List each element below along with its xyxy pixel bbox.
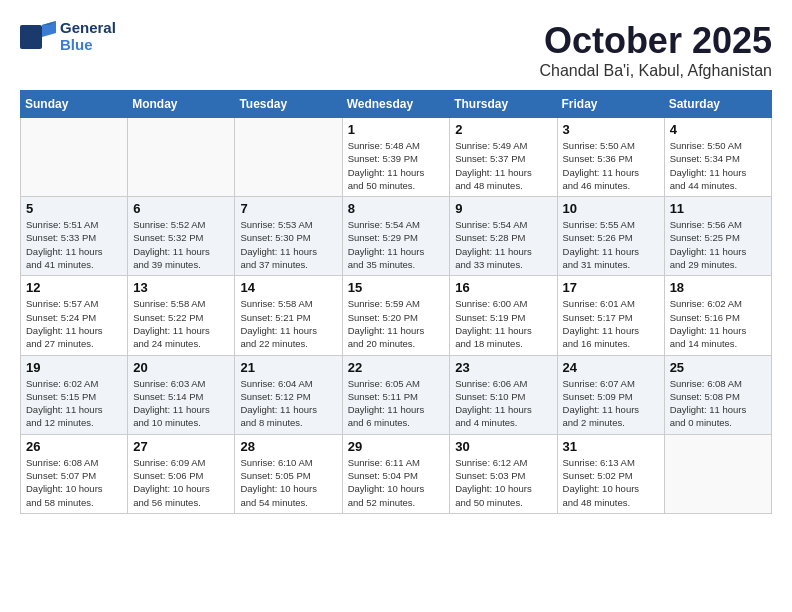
day-number: 12 <box>26 280 122 295</box>
day-info: Sunrise: 6:09 AM Sunset: 5:06 PM Dayligh… <box>133 456 229 509</box>
calendar-day-cell: 29Sunrise: 6:11 AM Sunset: 5:04 PM Dayli… <box>342 434 450 513</box>
day-info: Sunrise: 5:56 AM Sunset: 5:25 PM Dayligh… <box>670 218 766 271</box>
day-info: Sunrise: 6:02 AM Sunset: 5:16 PM Dayligh… <box>670 297 766 350</box>
calendar-day-cell: 28Sunrise: 6:10 AM Sunset: 5:05 PM Dayli… <box>235 434 342 513</box>
day-number: 18 <box>670 280 766 295</box>
calendar-week-row: 12Sunrise: 5:57 AM Sunset: 5:24 PM Dayli… <box>21 276 772 355</box>
day-info: Sunrise: 6:12 AM Sunset: 5:03 PM Dayligh… <box>455 456 551 509</box>
calendar-day-cell: 7Sunrise: 5:53 AM Sunset: 5:30 PM Daylig… <box>235 197 342 276</box>
day-number: 29 <box>348 439 445 454</box>
day-number: 13 <box>133 280 229 295</box>
calendar-day-cell: 25Sunrise: 6:08 AM Sunset: 5:08 PM Dayli… <box>664 355 771 434</box>
day-info: Sunrise: 6:08 AM Sunset: 5:08 PM Dayligh… <box>670 377 766 430</box>
day-info: Sunrise: 6:04 AM Sunset: 5:12 PM Dayligh… <box>240 377 336 430</box>
calendar-day-cell: 14Sunrise: 5:58 AM Sunset: 5:21 PM Dayli… <box>235 276 342 355</box>
day-number: 7 <box>240 201 336 216</box>
day-info: Sunrise: 5:50 AM Sunset: 5:36 PM Dayligh… <box>563 139 659 192</box>
day-info: Sunrise: 5:53 AM Sunset: 5:30 PM Dayligh… <box>240 218 336 271</box>
calendar-day-cell: 31Sunrise: 6:13 AM Sunset: 5:02 PM Dayli… <box>557 434 664 513</box>
day-info: Sunrise: 5:58 AM Sunset: 5:21 PM Dayligh… <box>240 297 336 350</box>
calendar-day-cell: 15Sunrise: 5:59 AM Sunset: 5:20 PM Dayli… <box>342 276 450 355</box>
weekday-header-sunday: Sunday <box>21 91 128 118</box>
calendar-day-cell: 16Sunrise: 6:00 AM Sunset: 5:19 PM Dayli… <box>450 276 557 355</box>
logo: General Blue <box>20 20 116 53</box>
calendar-day-cell <box>664 434 771 513</box>
calendar-day-cell: 2Sunrise: 5:49 AM Sunset: 5:37 PM Daylig… <box>450 118 557 197</box>
logo-text-general: General <box>60 20 116 37</box>
day-number: 8 <box>348 201 445 216</box>
day-number: 1 <box>348 122 445 137</box>
day-info: Sunrise: 6:03 AM Sunset: 5:14 PM Dayligh… <box>133 377 229 430</box>
calendar-day-cell: 20Sunrise: 6:03 AM Sunset: 5:14 PM Dayli… <box>128 355 235 434</box>
calendar-day-cell: 9Sunrise: 5:54 AM Sunset: 5:28 PM Daylig… <box>450 197 557 276</box>
calendar-day-cell: 1Sunrise: 5:48 AM Sunset: 5:39 PM Daylig… <box>342 118 450 197</box>
day-number: 22 <box>348 360 445 375</box>
day-info: Sunrise: 5:49 AM Sunset: 5:37 PM Dayligh… <box>455 139 551 192</box>
calendar-header-row: SundayMondayTuesdayWednesdayThursdayFrid… <box>21 91 772 118</box>
month-title: October 2025 <box>539 20 772 62</box>
calendar-day-cell <box>21 118 128 197</box>
page-header: General Blue October 2025 Chandal Ba'i, … <box>20 20 772 80</box>
day-number: 30 <box>455 439 551 454</box>
calendar-day-cell: 27Sunrise: 6:09 AM Sunset: 5:06 PM Dayli… <box>128 434 235 513</box>
calendar-day-cell: 30Sunrise: 6:12 AM Sunset: 5:03 PM Dayli… <box>450 434 557 513</box>
day-number: 28 <box>240 439 336 454</box>
day-number: 20 <box>133 360 229 375</box>
calendar-week-row: 1Sunrise: 5:48 AM Sunset: 5:39 PM Daylig… <box>21 118 772 197</box>
calendar-day-cell: 19Sunrise: 6:02 AM Sunset: 5:15 PM Dayli… <box>21 355 128 434</box>
day-number: 9 <box>455 201 551 216</box>
day-info: Sunrise: 5:55 AM Sunset: 5:26 PM Dayligh… <box>563 218 659 271</box>
calendar-day-cell: 10Sunrise: 5:55 AM Sunset: 5:26 PM Dayli… <box>557 197 664 276</box>
day-info: Sunrise: 5:51 AM Sunset: 5:33 PM Dayligh… <box>26 218 122 271</box>
weekday-header-wednesday: Wednesday <box>342 91 450 118</box>
day-info: Sunrise: 5:57 AM Sunset: 5:24 PM Dayligh… <box>26 297 122 350</box>
day-info: Sunrise: 6:06 AM Sunset: 5:10 PM Dayligh… <box>455 377 551 430</box>
calendar-day-cell: 3Sunrise: 5:50 AM Sunset: 5:36 PM Daylig… <box>557 118 664 197</box>
svg-rect-0 <box>20 25 42 49</box>
day-number: 5 <box>26 201 122 216</box>
calendar-day-cell: 12Sunrise: 5:57 AM Sunset: 5:24 PM Dayli… <box>21 276 128 355</box>
day-number: 21 <box>240 360 336 375</box>
calendar-day-cell: 5Sunrise: 5:51 AM Sunset: 5:33 PM Daylig… <box>21 197 128 276</box>
weekday-header-monday: Monday <box>128 91 235 118</box>
day-number: 3 <box>563 122 659 137</box>
calendar-day-cell: 21Sunrise: 6:04 AM Sunset: 5:12 PM Dayli… <box>235 355 342 434</box>
calendar-day-cell: 22Sunrise: 6:05 AM Sunset: 5:11 PM Dayli… <box>342 355 450 434</box>
calendar-day-cell: 17Sunrise: 6:01 AM Sunset: 5:17 PM Dayli… <box>557 276 664 355</box>
day-info: Sunrise: 5:48 AM Sunset: 5:39 PM Dayligh… <box>348 139 445 192</box>
weekday-header-friday: Friday <box>557 91 664 118</box>
day-info: Sunrise: 6:02 AM Sunset: 5:15 PM Dayligh… <box>26 377 122 430</box>
day-info: Sunrise: 5:54 AM Sunset: 5:28 PM Dayligh… <box>455 218 551 271</box>
day-number: 2 <box>455 122 551 137</box>
calendar-day-cell: 4Sunrise: 5:50 AM Sunset: 5:34 PM Daylig… <box>664 118 771 197</box>
day-info: Sunrise: 6:07 AM Sunset: 5:09 PM Dayligh… <box>563 377 659 430</box>
day-number: 24 <box>563 360 659 375</box>
calendar-day-cell: 18Sunrise: 6:02 AM Sunset: 5:16 PM Dayli… <box>664 276 771 355</box>
day-number: 14 <box>240 280 336 295</box>
calendar-day-cell: 24Sunrise: 6:07 AM Sunset: 5:09 PM Dayli… <box>557 355 664 434</box>
day-info: Sunrise: 6:05 AM Sunset: 5:11 PM Dayligh… <box>348 377 445 430</box>
day-info: Sunrise: 5:54 AM Sunset: 5:29 PM Dayligh… <box>348 218 445 271</box>
calendar-day-cell: 11Sunrise: 5:56 AM Sunset: 5:25 PM Dayli… <box>664 197 771 276</box>
day-number: 11 <box>670 201 766 216</box>
day-info: Sunrise: 6:08 AM Sunset: 5:07 PM Dayligh… <box>26 456 122 509</box>
day-number: 27 <box>133 439 229 454</box>
weekday-header-tuesday: Tuesday <box>235 91 342 118</box>
day-info: Sunrise: 6:13 AM Sunset: 5:02 PM Dayligh… <box>563 456 659 509</box>
calendar-day-cell <box>128 118 235 197</box>
day-number: 17 <box>563 280 659 295</box>
logo-text-blue: Blue <box>60 37 116 54</box>
calendar-week-row: 19Sunrise: 6:02 AM Sunset: 5:15 PM Dayli… <box>21 355 772 434</box>
day-number: 26 <box>26 439 122 454</box>
day-number: 25 <box>670 360 766 375</box>
calendar-day-cell: 26Sunrise: 6:08 AM Sunset: 5:07 PM Dayli… <box>21 434 128 513</box>
day-info: Sunrise: 6:01 AM Sunset: 5:17 PM Dayligh… <box>563 297 659 350</box>
calendar-week-row: 26Sunrise: 6:08 AM Sunset: 5:07 PM Dayli… <box>21 434 772 513</box>
title-section: October 2025 Chandal Ba'i, Kabul, Afghan… <box>539 20 772 80</box>
day-number: 6 <box>133 201 229 216</box>
day-number: 10 <box>563 201 659 216</box>
day-number: 31 <box>563 439 659 454</box>
day-info: Sunrise: 5:59 AM Sunset: 5:20 PM Dayligh… <box>348 297 445 350</box>
day-number: 19 <box>26 360 122 375</box>
calendar-day-cell: 13Sunrise: 5:58 AM Sunset: 5:22 PM Dayli… <box>128 276 235 355</box>
